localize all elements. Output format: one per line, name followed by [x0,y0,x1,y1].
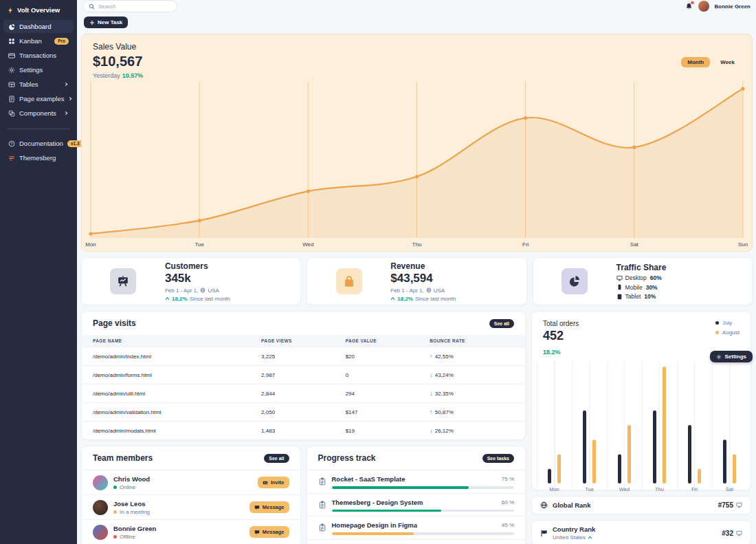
sidebar-item-label: Themesberg [19,154,56,162]
search-input[interactable] [98,3,167,10]
table-row: /demo/admin/index.html3,225$20 ↑42,55% [82,347,525,366]
gear-icon [716,354,722,360]
svg-text:Wed: Wed [302,241,313,248]
plus-icon [89,20,95,25]
toggle-week[interactable]: Week [714,57,741,67]
monitor-icon [736,530,742,536]
table-row: /demo/admin/validation.html2,050$147 ↑50… [82,403,525,422]
avatar [93,525,108,540]
sidebar-item-label: Documentation [19,140,63,147]
presentation-chart-icon [110,268,136,294]
settings-button[interactable]: Settings [710,351,753,362]
message-button[interactable]: Message [249,501,289,513]
pie-chart-icon [562,268,588,294]
traffic-share-card: Traffic Share Desktop60% Mobile30% [533,257,753,305]
rank-value: #755 [718,501,742,509]
trend-arrow: ↓ [430,371,433,378]
message-button[interactable]: Message [249,526,289,538]
table-row: /demo/admin/modals.html1,483$19 ↓26,12% [82,422,525,440]
sales-value: $10,567 [93,54,143,69]
svg-text:Mon: Mon [549,486,559,492]
sales-line-chart: MonTueWedThuFriSatSun [82,82,752,251]
sidebar-item-label: Components [19,109,56,117]
monitor-icon [736,502,742,508]
svg-text:?: ? [11,141,13,145]
progress-track-card: Progress track See tasks Rocket - SaaS T… [307,446,526,544]
legend-dot [715,331,720,335]
list-item: Backend for Themesberg v234 % [307,539,526,544]
caret-up-icon [588,536,592,539]
sales-title: Sales Value [93,42,143,52]
list-item: Rocket - SaaS Template75 % [307,470,526,493]
sidebar-item-settings[interactable]: Settings [3,63,74,76]
page-visits-card: Page visits See all Page name Page views… [81,311,526,440]
mobile-icon [616,284,623,290]
sidebar-item-label: Settings [19,66,43,74]
themesberg-logo-icon [8,155,15,162]
column-header: Bounce rate [419,335,525,347]
status-dot [113,510,117,514]
svg-text:Mon: Mon [85,241,96,248]
orders-bar-chart: MonTueWedThuFriSat [537,361,746,494]
list-item: Chris Wood Online Invite [82,470,300,494]
sidebar-item-documentation[interactable]: ? Documentation v1.3 [3,137,74,150]
sidebar-item-label: Tables [19,80,38,88]
svg-text:Tue: Tue [194,241,204,248]
sidebar-item-themesberg[interactable]: Themesberg [3,151,74,164]
id-card-icon [263,480,268,486]
sidebar-item-tables[interactable]: Tables [3,78,74,91]
column-header: Page name [82,335,250,347]
stat-change: 18,2% Since last month [390,296,519,302]
orders-value: 452 [543,329,579,343]
clipboard-icon [318,522,326,534]
avatar [93,475,108,490]
brand[interactable]: Volt Overview [0,0,77,19]
traffic-item-desktop: Desktop60% [616,274,745,281]
see-tasks-button[interactable]: See tasks [482,454,514,463]
traffic-item-tablet: Tablet10% [616,293,745,300]
chevron-right-icon [64,111,69,116]
sidebar-item-kanban[interactable]: Kanban Pro [3,34,74,47]
svg-text:Sat: Sat [630,241,639,248]
stat-change: 18,2% Since last month [165,296,293,302]
pro-badge: Pro [54,38,69,45]
table-row: /demo/admin/forms.html2,9870 ↓43,24% [82,366,525,384]
column-header: Page value [335,335,419,347]
main-area: Bonnie Green New Task Sales Value $10,56… [77,0,756,544]
stat-value: 345k [165,272,293,285]
rank-value: #32 [722,530,742,537]
search-box[interactable] [82,0,177,12]
user-avatar[interactable] [698,1,709,12]
notifications-bell-icon[interactable] [685,3,693,10]
gear-icon [8,67,15,74]
invite-button[interactable]: Invite [258,477,289,488]
flag-icon [540,530,548,537]
trend-arrow: ↑ [430,353,433,360]
sidebar-divider [7,129,70,129]
sidebar-item-dashboard[interactable]: Dashboard [3,20,74,33]
sidebar-item-page-examples[interactable]: Page examples [3,92,74,105]
see-all-button[interactable]: See all [489,319,514,328]
sidebar-item-label: Kanban [19,37,42,45]
rank-label: Country Rank [553,525,595,533]
sidebar-item-label: Transactions [19,52,56,59]
status-dot [113,535,117,538]
desktop-icon [616,275,623,281]
stat-value: $43,594 [390,272,519,285]
traffic-item-mobile: Mobile30% [616,284,745,291]
orders-change: 18.2% [543,349,579,356]
svg-text:Thu: Thu [412,241,422,248]
globe-icon [426,287,432,293]
sales-value-card: Sales Value $10,567 Yesterday10.57% Mont… [81,34,753,252]
shopping-bag-icon [336,268,362,294]
svg-text:Sat: Sat [726,486,734,492]
toggle-month[interactable]: Month [681,57,710,67]
svg-text:Fri: Fri [691,486,698,492]
see-all-button[interactable]: See all [264,454,289,463]
sidebar-item-components[interactable]: Components [3,107,74,120]
document-icon [8,96,15,102]
new-task-button[interactable]: New Task [84,17,128,28]
user-name[interactable]: Bonnie Green [715,3,751,10]
sidebar-item-transactions[interactable]: Transactions [3,49,74,62]
trend-arrow: ↑ [430,409,433,415]
